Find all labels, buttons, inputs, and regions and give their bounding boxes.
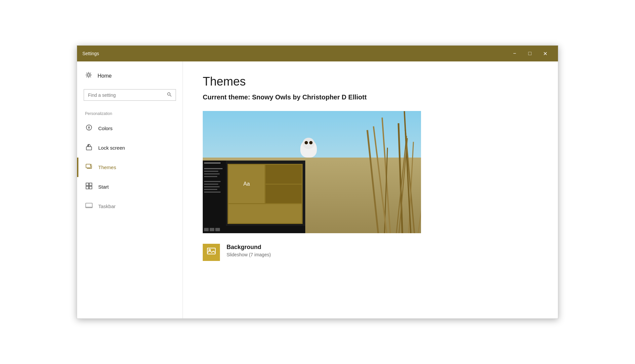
colors-label: Colors bbox=[98, 126, 112, 131]
search-box[interactable] bbox=[84, 89, 176, 101]
current-theme-label: Current theme: Snowy Owls by Christopher… bbox=[203, 92, 538, 102]
home-label: Home bbox=[98, 73, 112, 79]
start-icon bbox=[85, 182, 93, 191]
svg-rect-12 bbox=[89, 183, 92, 186]
content-area: Home Personalization bbox=[77, 61, 558, 318]
svg-rect-17 bbox=[207, 248, 215, 254]
background-info: Background Slideshow (7 images) bbox=[227, 244, 271, 257]
personalization-section-label: Personalization bbox=[77, 107, 183, 119]
background-section[interactable]: Background Slideshow (7 images) bbox=[203, 244, 538, 261]
svg-rect-7 bbox=[88, 145, 89, 146]
svg-point-5 bbox=[88, 127, 90, 128]
svg-line-3 bbox=[170, 95, 171, 96]
preview-taskbar bbox=[203, 226, 305, 233]
svg-rect-8 bbox=[86, 164, 91, 168]
svg-rect-13 bbox=[86, 186, 89, 189]
gear-icon bbox=[85, 71, 92, 81]
sidebar: Home Personalization bbox=[77, 61, 183, 318]
sidebar-item-home[interactable]: Home bbox=[77, 67, 183, 85]
svg-point-0 bbox=[88, 74, 90, 76]
search-input[interactable] bbox=[88, 92, 167, 98]
page-title: Themes bbox=[203, 75, 538, 89]
colors-icon bbox=[85, 124, 93, 133]
background-title: Background bbox=[227, 244, 271, 251]
settings-window: Settings − □ ✕ Home bbox=[77, 45, 558, 319]
sidebar-item-start[interactable]: Start bbox=[77, 177, 183, 197]
window-title: Settings bbox=[82, 51, 99, 56]
background-icon bbox=[203, 244, 220, 261]
preview-grid: Aa bbox=[228, 164, 303, 224]
desktop-preview: Aa bbox=[203, 161, 305, 233]
theme-preview: Aa bbox=[203, 111, 421, 233]
sidebar-item-lock-screen[interactable]: Lock screen bbox=[77, 138, 183, 158]
grass-area bbox=[301, 111, 421, 233]
sidebar-item-colors[interactable]: Colors bbox=[77, 119, 183, 138]
themes-icon bbox=[85, 163, 93, 172]
window-controls: − □ ✕ bbox=[507, 48, 553, 59]
themes-label: Themes bbox=[98, 164, 116, 170]
image-icon bbox=[207, 247, 216, 258]
taskbar-icon bbox=[85, 202, 93, 211]
svg-rect-11 bbox=[86, 183, 89, 186]
svg-rect-6 bbox=[86, 147, 92, 150]
taskbar-label: Taskbar bbox=[98, 203, 116, 209]
sidebar-item-taskbar[interactable]: Taskbar bbox=[77, 197, 183, 216]
lock-screen-icon bbox=[85, 143, 93, 152]
svg-point-2 bbox=[168, 93, 170, 95]
sidebar-item-themes[interactable]: Themes bbox=[77, 158, 183, 177]
preview-aa: Aa bbox=[229, 165, 265, 203]
preview-sidebar bbox=[203, 161, 226, 226]
close-button[interactable]: ✕ bbox=[537, 48, 553, 59]
minimize-button[interactable]: − bbox=[507, 48, 522, 59]
owl bbox=[299, 138, 318, 158]
maximize-button[interactable]: □ bbox=[522, 48, 537, 59]
background-subtitle: Slideshow (7 images) bbox=[227, 252, 271, 257]
svg-rect-14 bbox=[89, 186, 92, 189]
start-label: Start bbox=[98, 184, 109, 190]
titlebar: Settings − □ ✕ bbox=[77, 46, 558, 61]
search-button[interactable] bbox=[167, 92, 172, 98]
lock-screen-label: Lock screen bbox=[98, 145, 125, 151]
main-content: Themes Current theme: Snowy Owls by Chri… bbox=[183, 61, 558, 318]
